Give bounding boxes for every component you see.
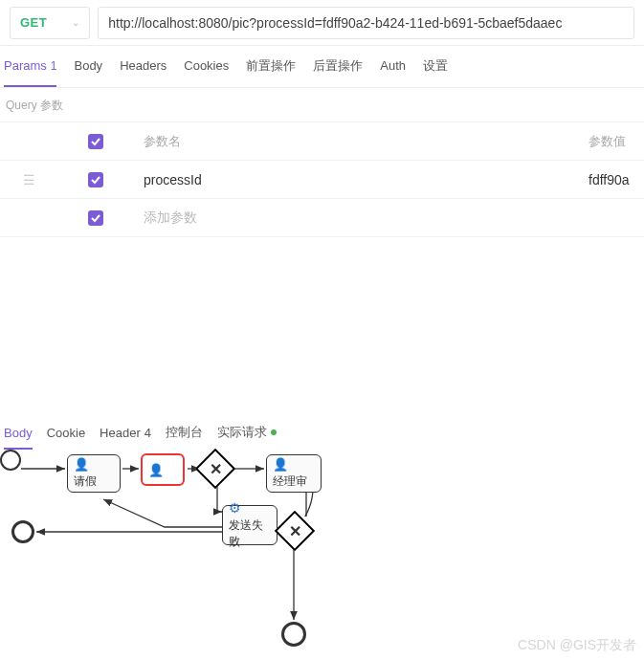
tab-body[interactable]: Body bbox=[74, 46, 102, 87]
params-count-badge: 1 bbox=[51, 59, 57, 73]
chevron-down-icon: ⌄ bbox=[72, 17, 79, 28]
end-event-node bbox=[11, 520, 34, 543]
tab-post-request[interactable]: 后置操作 bbox=[313, 46, 363, 87]
user-icon: 👤 bbox=[148, 463, 164, 477]
url-text: http://localhost:8080/pic?processId=fdff… bbox=[108, 15, 562, 31]
method-value: GET bbox=[20, 15, 47, 30]
param-checkbox[interactable] bbox=[88, 172, 103, 187]
add-param-input[interactable]: 添加参数 bbox=[134, 209, 588, 227]
param-name-cell[interactable]: processId bbox=[134, 172, 588, 187]
header-count-badge: 4 bbox=[144, 426, 151, 440]
exclusive-gateway-node-2: ✕ bbox=[280, 517, 309, 545]
exclusive-gateway-node: ✕ bbox=[201, 454, 230, 483]
request-bar: GET ⌄ http://localhost:8080/pic?processI… bbox=[0, 0, 644, 46]
response-tabs: Body Cookie Header 4 控制台 实际请求 bbox=[0, 417, 644, 450]
end-event-node-2 bbox=[281, 622, 306, 647]
column-header-name: 参数名 bbox=[134, 133, 588, 150]
check-icon bbox=[91, 175, 100, 185]
start-event-node bbox=[0, 450, 21, 471]
param-row: ☰ processId fdff90a bbox=[0, 161, 644, 199]
process-diagram: 👤 请假 👤 ✕ 👤 经理审 ⚙ 发送失败 ✕ bbox=[0, 450, 644, 660]
params-header-row: 参数名 参数值 bbox=[0, 122, 644, 161]
tab-cookies[interactable]: Cookies bbox=[184, 46, 229, 87]
resp-tab-body[interactable]: Body bbox=[4, 417, 33, 450]
resp-tab-cookie[interactable]: Cookie bbox=[47, 417, 85, 450]
user-task-node: 👤 请假 bbox=[67, 454, 121, 493]
task-label: 发送失败 bbox=[229, 517, 271, 550]
gear-icon: ⚙ bbox=[229, 500, 241, 516]
resp-tab-actual-request[interactable]: 实际请求 bbox=[217, 417, 277, 450]
tab-settings[interactable]: 设置 bbox=[423, 46, 448, 87]
check-icon bbox=[91, 137, 100, 146]
tab-pre-request[interactable]: 前置操作 bbox=[246, 46, 296, 87]
tab-params[interactable]: Params 1 bbox=[4, 46, 56, 87]
status-dot-icon bbox=[271, 429, 277, 435]
task-label: 请假 bbox=[74, 473, 97, 490]
check-icon bbox=[91, 213, 100, 223]
params-table: 参数名 参数值 ☰ processId fdff90a 添加参数 bbox=[0, 122, 644, 237]
query-params-label: Query 参数 bbox=[0, 88, 644, 122]
method-dropdown[interactable]: GET ⌄ bbox=[10, 7, 90, 39]
user-icon: 👤 bbox=[273, 457, 288, 472]
response-pane: Body Cookie Header 4 控制台 实际请求 bbox=[0, 417, 644, 660]
user-icon: 👤 bbox=[74, 457, 89, 472]
request-tabs: Params 1 Body Headers Cookies 前置操作 后置操作 … bbox=[0, 46, 644, 88]
add-param-row: 添加参数 bbox=[0, 199, 644, 237]
active-user-task-node: 👤 bbox=[141, 453, 185, 486]
url-input[interactable]: http://localhost:8080/pic?processId=fdff… bbox=[98, 7, 634, 39]
select-all-checkbox[interactable] bbox=[88, 134, 103, 149]
resp-tab-header[interactable]: Header 4 bbox=[100, 417, 151, 450]
gateway-x-icon: ✕ bbox=[289, 522, 301, 540]
resp-tab-console[interactable]: 控制台 bbox=[166, 417, 203, 450]
param-value-cell[interactable]: fdff90a bbox=[588, 172, 644, 187]
drag-handle-icon[interactable]: ☰ bbox=[0, 172, 57, 187]
gateway-x-icon: ✕ bbox=[210, 460, 222, 478]
tab-headers[interactable]: Headers bbox=[120, 46, 167, 87]
add-param-checkbox[interactable] bbox=[88, 210, 103, 226]
watermark: CSDN @GIS开发者 bbox=[518, 637, 636, 654]
task-label: 经理审 bbox=[273, 473, 307, 490]
service-task-node: ⚙ 发送失败 bbox=[222, 505, 278, 545]
column-header-value: 参数值 bbox=[588, 133, 644, 150]
user-task-node-manager: 👤 经理审 bbox=[266, 454, 322, 493]
tab-auth[interactable]: Auth bbox=[380, 46, 406, 87]
